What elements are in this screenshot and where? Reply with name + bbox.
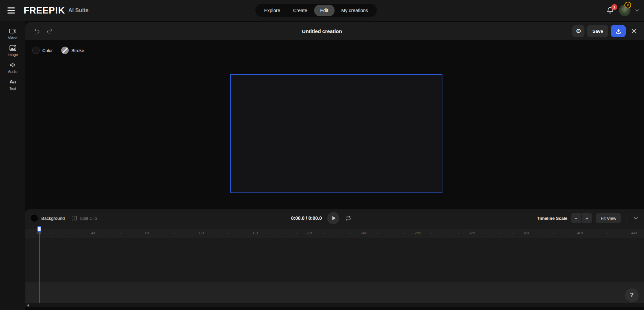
video-camera-icon xyxy=(9,28,17,34)
split-clip-icon xyxy=(71,215,77,221)
undo-icon xyxy=(33,28,40,34)
nav-my-creations[interactable]: My creations xyxy=(335,5,374,16)
zoom-in-button[interactable]: + xyxy=(582,213,592,223)
premium-crown-icon: ♛ xyxy=(624,2,631,8)
ruler-tick-dot xyxy=(404,233,405,234)
ruler-tick-dot xyxy=(512,233,513,234)
ruler-tick-dot xyxy=(79,233,80,234)
timeline-scrollbar[interactable] xyxy=(25,303,644,307)
loop-toggle[interactable] xyxy=(345,215,352,221)
ruler-tick-dot xyxy=(499,233,500,234)
undo-button[interactable] xyxy=(33,28,40,34)
divider xyxy=(626,214,626,223)
editor-header-bar: Untitled creation ⚙ Save xyxy=(25,22,644,40)
redo-button[interactable] xyxy=(46,28,53,34)
ruler-tick-label: 4s xyxy=(91,231,95,235)
timeline-toolbar-right: Timeline Scale − + Fit View xyxy=(537,209,640,227)
sidebar-item-label: Audio xyxy=(8,70,17,74)
stroke-label: Stroke xyxy=(71,48,84,53)
fit-view-button[interactable]: Fit View xyxy=(596,213,621,223)
background-color-swatch xyxy=(30,214,38,222)
ruler-tick-dot xyxy=(567,233,567,234)
ruler-tick-dot xyxy=(52,233,53,234)
ruler-tick-dot xyxy=(539,233,540,234)
image-icon xyxy=(9,45,17,51)
ruler-tick-label: 40s xyxy=(577,231,583,235)
ruler-tick-dot xyxy=(282,233,283,234)
color-swatch xyxy=(32,47,40,54)
speaker-icon xyxy=(9,61,17,68)
ruler-tick-dot xyxy=(66,233,67,234)
nav-explore[interactable]: Explore xyxy=(258,5,286,16)
ruler-tick-label: 16s xyxy=(252,231,258,235)
play-button[interactable] xyxy=(327,212,340,224)
ruler-tick-dot xyxy=(553,233,554,234)
nav-edit[interactable]: Edit xyxy=(314,5,335,16)
zoom-out-button[interactable]: − xyxy=(571,213,581,223)
timeline-panel: Background Split Clip 0:00.0 / 0:00.0 xyxy=(25,209,644,307)
timeline-scale-label: Timeline Scale xyxy=(537,216,567,221)
sidebar-item-image[interactable]: Image xyxy=(0,45,25,57)
document-title[interactable]: Untitled creation xyxy=(302,28,342,34)
background-control[interactable]: Background xyxy=(30,214,65,222)
time-display: 0:00.0 / 0:00.0 xyxy=(291,215,322,221)
account-menu[interactable]: ♛ xyxy=(619,5,630,16)
ai-suite-label: AI Suite xyxy=(68,7,89,14)
ruler-tick-dot xyxy=(458,233,459,234)
stroke-none-icon xyxy=(61,47,69,54)
ruler-tick-dot xyxy=(485,233,486,234)
shape-properties-bar: Color Stroke xyxy=(32,47,84,54)
sidebar-item-text[interactable]: Aa Text xyxy=(0,78,25,91)
close-editor-button[interactable] xyxy=(628,25,639,37)
timeline-ruler[interactable]: 0s4s8s12s16s20s24s28s32s36s40s44s xyxy=(25,229,644,238)
ruler-tick-label: 28s xyxy=(415,231,421,235)
ruler-tick-dot xyxy=(161,233,161,234)
ruler-tick-dot xyxy=(228,233,229,234)
text-icon: Aa xyxy=(9,78,16,85)
account-chevron-down-icon[interactable] xyxy=(635,9,639,12)
color-label: Color xyxy=(42,48,53,53)
sidebar-item-audio[interactable]: Audio xyxy=(0,61,25,74)
ruler-tick-label: 36s xyxy=(523,231,529,235)
collapse-timeline-button[interactable] xyxy=(631,213,640,223)
ruler-tick-dot xyxy=(120,233,121,234)
close-icon xyxy=(631,28,637,34)
chevron-down-icon xyxy=(634,217,638,220)
ruler-tick-dot xyxy=(215,233,215,234)
ruler-tick-dot xyxy=(377,233,378,234)
settings-button[interactable]: ⚙ xyxy=(572,25,584,37)
timeline-zoom-controls: − + xyxy=(571,213,593,223)
stroke-control[interactable]: Stroke xyxy=(61,47,84,54)
notifications-button[interactable]: 1 xyxy=(606,6,614,15)
ruler-tick-dot xyxy=(242,233,243,234)
playhead-handle[interactable] xyxy=(37,226,41,232)
selected-canvas-frame[interactable] xyxy=(230,74,442,193)
fill-color-control[interactable]: Color xyxy=(32,47,53,54)
split-clip-button[interactable]: Split Clip xyxy=(71,215,97,221)
main-nav: Explore Create Edit My creations xyxy=(255,4,377,17)
ruler-tick-dot xyxy=(107,233,107,234)
ruler-tick-dot xyxy=(350,233,351,234)
ruler-tick-label: 8s xyxy=(145,231,149,235)
ruler-tick-dot xyxy=(296,233,297,234)
ruler-tick-label: 44s xyxy=(631,231,637,235)
hamburger-menu-icon[interactable] xyxy=(7,7,15,14)
sidebar-item-label: Video xyxy=(8,36,18,40)
save-button[interactable]: Save xyxy=(587,25,608,37)
scroll-left-arrow-icon[interactable] xyxy=(27,304,29,307)
background-label: Background xyxy=(41,216,65,221)
nav-create[interactable]: Create xyxy=(287,5,313,16)
timeline-toolbar-left: Background Split Clip xyxy=(30,209,97,227)
canvas-area[interactable]: Color Stroke xyxy=(25,40,644,209)
ruler-tick-dot xyxy=(445,233,445,234)
download-button[interactable] xyxy=(611,25,626,37)
ruler-tick-dot xyxy=(188,233,188,234)
sidebar-item-label: Text xyxy=(9,86,16,91)
split-clip-label: Split Clip xyxy=(79,216,97,221)
ruler-tick-dot xyxy=(621,233,621,234)
ruler-tick-dot xyxy=(174,233,175,234)
timeline-track-lane[interactable] xyxy=(25,282,644,303)
freepik-logo: FREEP!K xyxy=(24,5,65,16)
help-button[interactable]: ? xyxy=(625,288,639,302)
sidebar-item-video[interactable]: Video xyxy=(0,28,25,40)
